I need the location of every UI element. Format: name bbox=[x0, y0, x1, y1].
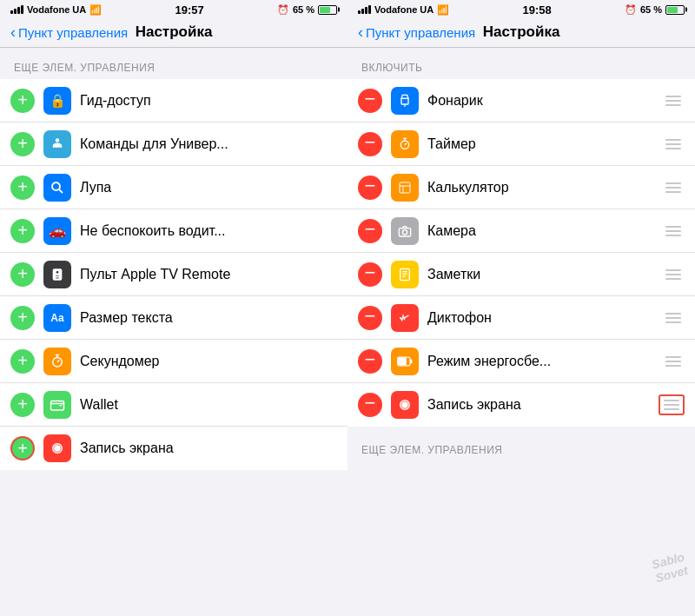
wifi-icon: 📶 bbox=[89, 4, 102, 16]
app-icon: 🔒 bbox=[43, 87, 71, 115]
svg-point-4 bbox=[56, 271, 59, 274]
nav-bar-right: ‹ Пункт управления Настройка bbox=[348, 19, 695, 48]
app-icon bbox=[391, 261, 419, 288]
item-label: Секундомер bbox=[80, 354, 337, 369]
svg-point-1 bbox=[52, 182, 60, 190]
list-item: + Wallet bbox=[0, 383, 348, 427]
item-label: Диктофон bbox=[427, 310, 662, 326]
reorder-handle[interactable] bbox=[662, 179, 685, 196]
app-icon bbox=[391, 130, 419, 158]
add-button-highlighted[interactable]: + bbox=[10, 436, 35, 460]
panel-right: Vodafone UA 📶 19:58 ⏰ 65 % ‹ Пункт управ… bbox=[348, 0, 695, 616]
items-list-left: + 🔒 Гид-доступ + Команды для Универ... +… bbox=[0, 79, 348, 470]
svg-line-2 bbox=[59, 189, 63, 192]
svg-rect-6 bbox=[56, 277, 59, 278]
time-label-right: 19:58 bbox=[522, 3, 551, 17]
nav-bar-left: ‹ Пункт управления Настройка bbox=[0, 19, 348, 48]
status-bar-left: Vodafone UA 📶 19:57 ⏰ 65 % bbox=[0, 0, 348, 19]
app-icon: 🚗 bbox=[43, 217, 71, 245]
item-label: Фонарик bbox=[427, 93, 662, 109]
svg-point-0 bbox=[56, 138, 60, 142]
item-label: Режим энергосбе... bbox=[427, 354, 662, 369]
remove-button[interactable]: − bbox=[358, 306, 382, 330]
app-icon bbox=[43, 391, 71, 419]
list-item: − Режим энергосбе... bbox=[348, 340, 695, 383]
remove-button[interactable]: − bbox=[358, 132, 382, 156]
battery-pct-label-right: 65 % bbox=[640, 4, 662, 15]
remove-button[interactable]: − bbox=[358, 176, 382, 200]
page-title-right: Настройка bbox=[483, 23, 560, 41]
reorder-handle-highlighted[interactable] bbox=[659, 394, 685, 415]
app-icon bbox=[43, 174, 71, 202]
add-button[interactable]: + bbox=[10, 306, 35, 330]
item-label: Заметки bbox=[427, 267, 662, 282]
remove-button[interactable]: − bbox=[358, 393, 382, 417]
signal-icon bbox=[358, 5, 371, 14]
section-header-right: ВКЛЮЧИТЬ bbox=[348, 48, 695, 79]
signal-icon bbox=[10, 5, 23, 14]
list-item: + Пульт Apple TV Remote bbox=[0, 253, 348, 296]
item-label: Команды для Универ... bbox=[80, 136, 337, 152]
remove-button[interactable]: − bbox=[358, 219, 382, 243]
battery-icon bbox=[318, 5, 337, 15]
add-button[interactable]: + bbox=[10, 89, 35, 113]
app-icon bbox=[391, 348, 419, 375]
list-item: − Заметки bbox=[348, 253, 695, 296]
app-icon bbox=[391, 174, 419, 202]
list-item: + Лупа bbox=[0, 166, 348, 209]
watermark: SabloSovet bbox=[650, 550, 689, 586]
add-button[interactable]: + bbox=[10, 393, 35, 417]
reorder-handle[interactable] bbox=[662, 353, 685, 370]
reorder-handle[interactable] bbox=[662, 136, 685, 153]
list-item-last: + Запись экрана bbox=[0, 427, 348, 470]
carrier-label: Vodafone UA bbox=[27, 4, 86, 15]
status-bar-right: Vodafone UA 📶 19:58 ⏰ 65 % bbox=[348, 0, 695, 19]
add-button[interactable]: + bbox=[10, 176, 35, 200]
alarm-icon: ⏰ bbox=[277, 4, 289, 16]
list-item: + Команды для Универ... bbox=[0, 123, 348, 166]
item-label: Лупа bbox=[80, 180, 337, 195]
add-button[interactable]: + bbox=[10, 132, 35, 156]
back-button-left[interactable]: ‹ Пункт управления bbox=[10, 24, 128, 40]
status-right: ⏰ 65 % bbox=[277, 4, 337, 16]
reorder-handle[interactable] bbox=[662, 222, 685, 240]
add-button[interactable]: + bbox=[10, 219, 35, 243]
app-icon: Aa bbox=[43, 304, 71, 332]
svg-rect-14 bbox=[401, 98, 408, 104]
item-label: Таймер bbox=[427, 136, 662, 152]
list-item: − Диктофон bbox=[348, 296, 695, 340]
add-button[interactable]: + bbox=[10, 349, 35, 374]
status-left: Vodafone UA 📶 bbox=[10, 4, 102, 16]
item-label: Камера bbox=[427, 223, 662, 239]
app-icon bbox=[391, 87, 419, 115]
list-item: + Секундомер bbox=[0, 340, 348, 383]
svg-line-19 bbox=[405, 142, 407, 144]
reorder-handle[interactable] bbox=[662, 266, 685, 283]
svg-rect-5 bbox=[56, 275, 59, 275]
list-item: − Камера bbox=[348, 209, 695, 253]
item-label: Wallet bbox=[80, 397, 337, 413]
back-label-left: Пункт управления bbox=[18, 25, 128, 40]
remove-button[interactable]: − bbox=[358, 262, 382, 287]
reorder-handle[interactable] bbox=[662, 309, 685, 327]
item-label: Запись экрана bbox=[80, 440, 337, 456]
item-label: Размер текста bbox=[80, 310, 337, 326]
list-item: + Aa Размер текста bbox=[0, 296, 348, 340]
back-button-right[interactable]: ‹ Пункт управления bbox=[358, 24, 475, 40]
page-title-left: Настройка bbox=[136, 23, 213, 41]
section-header-right-2: ЕЩЕ ЭЛЕМ. УПРАВЛЕНИЯ bbox=[348, 430, 695, 461]
item-label: Пульт Apple TV Remote bbox=[80, 267, 337, 282]
remove-button[interactable]: − bbox=[358, 89, 382, 113]
svg-rect-31 bbox=[398, 357, 407, 364]
item-label: Гид-доступ bbox=[80, 93, 337, 109]
item-label: Калькулятор bbox=[427, 180, 662, 195]
list-item: + 🔒 Гид-доступ bbox=[0, 79, 348, 123]
add-button[interactable]: + bbox=[10, 262, 35, 287]
remove-button[interactable]: − bbox=[358, 349, 382, 374]
reorder-handle[interactable] bbox=[662, 92, 685, 109]
items-list-right: − Фонарик − Таймер − Калькулятор bbox=[348, 79, 695, 427]
section-header-left: ЕЩЕ ЭЛЕМ. УПРАВЛЕНИЯ bbox=[0, 48, 348, 79]
app-icon bbox=[43, 434, 71, 462]
app-icon bbox=[43, 261, 71, 288]
alarm-icon-right: ⏰ bbox=[625, 4, 637, 16]
